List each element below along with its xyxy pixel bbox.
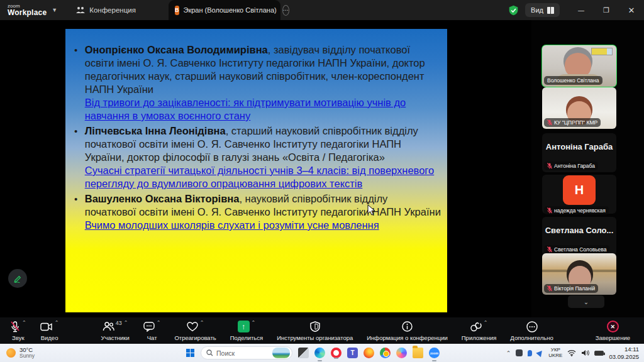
participant-name-label: Антоніна Гараба <box>544 162 598 170</box>
more-button[interactable]: Дополнительно <box>508 317 555 344</box>
security-shield-icon[interactable] <box>508 5 519 16</box>
share-label: Поделиться <box>230 334 263 341</box>
participant-name-label: Светлана Соловьева <box>544 245 609 254</box>
slide-bullet: • Вашуленко Оксана Вікторівна, науковий … <box>73 192 441 232</box>
audio-options-chevron[interactable]: ⌃ <box>22 320 26 326</box>
tab-screen-share[interactable]: В Экран (Волошенко Світлана) ⋯ <box>169 0 280 20</box>
weather-widget[interactable]: 30°C Sunny <box>6 347 35 359</box>
maximize-button[interactable]: ❐ <box>594 0 619 20</box>
view-button[interactable]: Вид <box>525 3 560 17</box>
talk-title-link[interactable]: Від тривоги до зацікавленості: як підтри… <box>85 96 441 123</box>
windows-taskbar: 30°C Sunny Поиск T zoom ⌃ УКР UKRE <box>0 344 644 362</box>
search-icon <box>206 349 213 356</box>
scroll-participants-down-button[interactable]: ⌄ <box>568 295 604 308</box>
share-screen-button[interactable]: ↑ ⌃ Поделиться <box>228 317 265 344</box>
speaker-name: Вашуленко Оксана Вікторівна <box>85 193 240 204</box>
participant-tile-voloshenko[interactable]: Волошенко Світлана <box>542 45 616 87</box>
speaker-icon[interactable] <box>581 349 589 356</box>
video-options-chevron[interactable]: ⌃ <box>55 320 59 326</box>
participant-name-label: Вікторія Паланій <box>544 284 598 293</box>
muted-mic-icon <box>547 163 552 169</box>
file-explorer-icon[interactable] <box>413 348 423 358</box>
participants-sidebar: Волошенко Світлана КУ "ЦПРПП" КМР Антоні… <box>531 20 644 317</box>
host-tools-button[interactable]: Инструменты организатора <box>274 317 355 344</box>
wifi-icon[interactable] <box>567 349 576 356</box>
annotate-button[interactable] <box>8 269 27 288</box>
share-options-chevron[interactable]: ⌃ <box>252 320 256 326</box>
more-ellipsis-icon <box>526 321 538 332</box>
bullet-marker: • <box>73 124 85 190</box>
clock-widget[interactable]: 14:11 03.09.2025 <box>609 346 639 360</box>
battery-icon[interactable] <box>594 351 604 356</box>
bullet-marker: • <box>73 43 85 123</box>
firefox-icon[interactable] <box>364 348 374 358</box>
chat-button[interactable]: ⌃ Чат <box>141 317 164 344</box>
apps-icon <box>470 322 482 332</box>
talk-title-link[interactable]: Сучасні стратегії читацької діяльності у… <box>85 164 441 190</box>
apps-options-chevron[interactable]: ⌃ <box>484 320 488 326</box>
talk-title-link[interactable]: Вчимо молодших школярів слухати і розумі… <box>85 219 441 232</box>
zoom-title-bar: zoom Workplace ▼ Конференция В Экран (Во… <box>0 0 644 20</box>
tray-icon-blue-arrow[interactable] <box>536 349 544 357</box>
tray-expand-chevron[interactable]: ⌃ <box>506 350 511 356</box>
zoom-workplace-logo: zoom Workplace <box>8 4 47 16</box>
end-meeting-button[interactable]: ✕ Завершение <box>593 317 633 344</box>
bullet-marker: • <box>73 192 85 232</box>
participant-tile-antonina[interactable]: Антоніна Гараба Антоніна Гараба <box>542 133 616 172</box>
search-box[interactable]: Поиск <box>201 346 292 359</box>
participants-button[interactable]: 43 ⌃ Участники <box>98 317 131 344</box>
tray-icon[interactable] <box>516 349 523 356</box>
react-button[interactable]: ⌃ Отреагировать <box>172 317 218 344</box>
zoom-app-icon[interactable]: zoom <box>429 348 440 358</box>
workspace-chevron-icon[interactable]: ▼ <box>52 7 57 13</box>
opera-icon[interactable] <box>331 348 341 358</box>
view-grid-icon <box>547 7 554 14</box>
apps-button[interactable]: ⌃ Приложения <box>459 317 499 344</box>
react-options-chevron[interactable]: ⌃ <box>200 320 204 326</box>
shared-screen-area: • Онопрієнко Оксана Володимирівна, завід… <box>0 20 531 317</box>
edge-icon[interactable] <box>314 348 325 358</box>
chevron-down-icon: ⌄ <box>584 299 589 305</box>
chat-options-chevron[interactable]: ⌃ <box>157 320 161 326</box>
teams-icon[interactable]: T <box>347 348 358 358</box>
screen-tab-label: Экран (Волошенко Світлана) <box>184 6 277 14</box>
muted-mic-icon <box>547 285 552 292</box>
tray-icon-blue-pin[interactable] <box>528 350 532 356</box>
participant-tile-svetlana[interactable]: Светлана Соло... Светлана Соловьева <box>542 217 616 256</box>
search-highlight-image[interactable] <box>272 348 290 358</box>
meeting-info-label: Информация о конференции <box>367 334 448 341</box>
start-button[interactable] <box>186 349 195 358</box>
heart-icon <box>187 322 198 332</box>
participant-tile-ku[interactable]: КУ "ЦПРПП" КМР <box>542 87 616 129</box>
info-icon <box>402 321 413 332</box>
muted-mic-icon <box>547 207 552 214</box>
participant-name-label: КУ "ЦПРПП" КМР <box>544 118 601 127</box>
meeting-info-button[interactable]: Информация о конференции <box>364 317 450 344</box>
participants-icon <box>103 322 114 331</box>
tray-date: 03.09.2025 <box>609 353 639 360</box>
camera-icon <box>40 322 53 331</box>
avatar: Н <box>563 175 596 205</box>
end-meeting-icon: ✕ <box>607 321 619 332</box>
close-button[interactable]: ✕ <box>619 0 644 20</box>
audio-button[interactable]: ⌃ Звук <box>8 317 29 344</box>
participants-count-badge: 43 <box>116 320 122 326</box>
video-button[interactable]: ⌃ Видео <box>38 317 62 344</box>
participants-label: Участники <box>101 334 129 341</box>
participant-tile-viktoria[interactable]: Вікторія Паланій <box>542 253 616 295</box>
screen-share-badge: В <box>175 6 179 15</box>
language-indicator[interactable]: УКР UKRE <box>548 348 562 358</box>
people-icon <box>76 6 85 14</box>
apps-label: Приложения <box>462 334 497 341</box>
task-view-button[interactable] <box>298 348 309 358</box>
tab-conference[interactable]: Конференция <box>76 6 136 14</box>
tab-more-icon[interactable]: ⋯ <box>282 5 289 16</box>
copilot-icon[interactable] <box>396 348 407 358</box>
speaker-name: Онопрієнко Оксана Володимирівна <box>85 44 268 55</box>
participants-options-chevron[interactable]: ⌃ <box>124 320 128 326</box>
more-label: Дополнительно <box>510 334 553 341</box>
minimize-button[interactable]: — <box>569 0 594 20</box>
chrome-icon[interactable] <box>380 348 391 358</box>
participant-tile-nadezhda[interactable]: Н надежда чернявская <box>542 175 616 214</box>
chat-label: Чат <box>147 334 157 341</box>
